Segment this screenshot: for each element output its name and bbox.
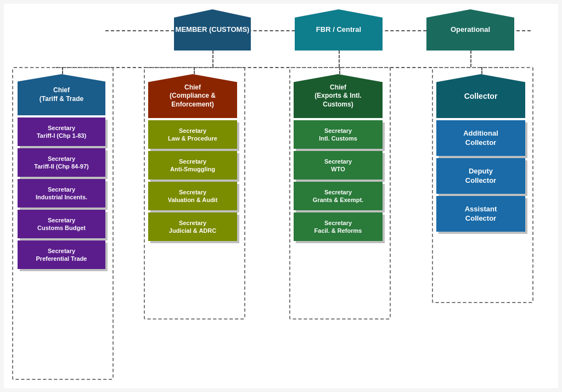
col4-content: Collector AdditionalCollector DeputyColl… bbox=[436, 74, 525, 232]
member-v-line bbox=[212, 51, 213, 67]
fbr-central-box: FBR / Central bbox=[295, 9, 383, 51]
sec-preferential-trade: SecretaryPreferential Trade bbox=[18, 240, 105, 269]
col3-content: Chief(Exports & Intl.Customs) SecretaryI… bbox=[294, 74, 383, 241]
sec-intl-customs: SecretaryIntl. Customs bbox=[294, 120, 383, 149]
member-customs-box: MEMBER (CUSTOMS) bbox=[174, 9, 251, 51]
sec-tariff1: SecretaryTariff-I (Chp 1-83) bbox=[18, 117, 105, 146]
member-customs-label: MEMBER (CUSTOMS) bbox=[174, 9, 251, 51]
sec-grants-exempt: SecretaryGrants & Exempt. bbox=[294, 182, 383, 210]
sec-judicial-adrc: SecretaryJudicial & ADRC bbox=[148, 212, 237, 241]
fbr-central-label: FBR / Central bbox=[295, 9, 383, 51]
deputy-collector: DeputyCollector bbox=[436, 158, 525, 194]
additional-collector: AdditionalCollector bbox=[436, 120, 525, 156]
sec-valuation-audit: SecretaryValuation & Audit bbox=[148, 182, 237, 210]
fbr-v-line bbox=[339, 51, 340, 67]
sec-law-procedure: SecretaryLaw & Procedure bbox=[148, 120, 237, 149]
sec-tariff2: SecretaryTariff-II (Chp 84-97) bbox=[18, 148, 105, 177]
op-v-line bbox=[470, 51, 471, 67]
chief-tariff-header: Chief(Tariff & Trade bbox=[18, 74, 105, 115]
chief-compliance-header: Chief(Compliance &Enforcement) bbox=[148, 74, 237, 118]
sec-industrial: SecretaryIndustrial Incents. bbox=[18, 179, 105, 208]
operational-label: Operational bbox=[426, 9, 514, 51]
chief-exports-header: Chief(Exports & Intl.Customs) bbox=[294, 74, 383, 118]
collector-header: Collector bbox=[436, 74, 525, 118]
sec-anti-smuggling: SecretaryAnti-Smuggling bbox=[148, 151, 237, 180]
col1-content: Chief(Tariff & Trade SecretaryTariff-I (… bbox=[18, 74, 105, 269]
sec-facil-reforms: SecretaryFacil. & Reforms bbox=[294, 212, 383, 241]
col2-content: Chief(Compliance &Enforcement) Secretary… bbox=[148, 74, 237, 241]
sec-wto: SecretaryWTO bbox=[294, 151, 383, 180]
assistant-collector: AssistantCollector bbox=[436, 196, 525, 232]
sec-customs-budget: SecretaryCustoms Budget bbox=[18, 210, 105, 238]
operational-box: Operational bbox=[426, 9, 514, 51]
org-chart: MEMBER (CUSTOMS) FBR / Central Operation… bbox=[4, 4, 558, 388]
